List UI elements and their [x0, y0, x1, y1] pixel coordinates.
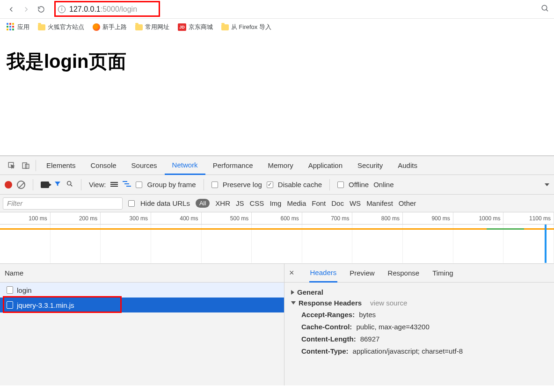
- tab-timing[interactable]: Timing: [431, 264, 454, 283]
- view-label: View:: [89, 181, 106, 189]
- section-response-headers[interactable]: Response Headersview source: [291, 299, 547, 307]
- name-column-header[interactable]: Name: [0, 264, 284, 283]
- waterfall-bar: [487, 228, 524, 230]
- tab-sources[interactable]: Sources: [124, 156, 165, 175]
- header-row: Accept-Ranges: bytes: [301, 311, 547, 319]
- document-icon: [7, 301, 13, 309]
- inspect-icon[interactable]: [5, 159, 19, 173]
- header-row: Content-Type: application/javascript; ch…: [301, 347, 547, 356]
- svg-point-0: [542, 5, 547, 10]
- bookmark-item[interactable]: JD京东商城: [178, 23, 213, 31]
- filter-js[interactable]: JS: [236, 199, 244, 207]
- offline-label: Offline: [349, 181, 369, 189]
- bookmark-item[interactable]: 从 Firefox 导入: [221, 23, 271, 31]
- device-icon[interactable]: [19, 159, 33, 173]
- page-content: 我是login页面: [0, 36, 554, 155]
- filter-font[interactable]: Font: [312, 199, 326, 207]
- close-details-button[interactable]: ×: [289, 268, 294, 278]
- request-row-login[interactable]: login: [0, 283, 284, 298]
- waterfall-load-line: [545, 225, 547, 263]
- devtools-panel: Elements Console Sources Network Perform…: [0, 155, 554, 385]
- filter-xhr[interactable]: XHR: [215, 199, 230, 207]
- folder-icon: [38, 24, 45, 30]
- detail-tabs: × Headers Preview Response Timing: [284, 264, 554, 283]
- preserve-log-checkbox[interactable]: [211, 181, 218, 188]
- reload-button[interactable]: [35, 3, 48, 16]
- bookmark-item[interactable]: 常用网址: [135, 23, 169, 31]
- clear-button[interactable]: [17, 181, 25, 189]
- request-name: login: [17, 286, 32, 294]
- headers-body: General Response Headersview source Acce…: [284, 283, 554, 385]
- bookmark-item[interactable]: 火狐官方站点: [38, 23, 84, 31]
- waterfall-overview[interactable]: 100 ms 200 ms 300 ms 400 ms 500 ms 600 m…: [0, 212, 554, 264]
- dropdown-icon[interactable]: [545, 183, 549, 186]
- record-button[interactable]: [5, 181, 12, 189]
- tab-security[interactable]: Security: [350, 156, 390, 175]
- filter-manifest[interactable]: Manifest: [366, 199, 393, 207]
- waterfall-toggle-icon[interactable]: [123, 181, 131, 189]
- filter-doc[interactable]: Doc: [331, 199, 344, 207]
- tab-console[interactable]: Console: [83, 156, 124, 175]
- header-row: Content-Length: 86927: [301, 335, 547, 343]
- tab-application[interactable]: Application: [301, 156, 350, 175]
- tab-audits[interactable]: Audits: [390, 156, 425, 175]
- filter-all[interactable]: All: [196, 199, 210, 208]
- filter-ws[interactable]: WS: [350, 199, 361, 207]
- address-bar[interactable]: i 127.0.0.1:5000/login: [54, 2, 538, 16]
- disable-cache-checkbox[interactable]: [267, 181, 273, 188]
- request-row-jquery[interactable]: jquery-3.3.1.min.js: [0, 298, 284, 312]
- filter-icon[interactable]: [54, 180, 61, 189]
- devtools-tabs: Elements Console Sources Network Perform…: [0, 156, 554, 175]
- page-heading: 我是login页面: [7, 49, 547, 74]
- header-row: Cache-Control: public, max-age=43200: [301, 323, 547, 331]
- back-button[interactable]: [5, 3, 18, 16]
- firefox-icon: [93, 23, 100, 31]
- section-general[interactable]: General: [291, 288, 547, 296]
- tab-response[interactable]: Response: [387, 264, 421, 283]
- jd-icon: JD: [178, 23, 186, 31]
- network-controls: View: Group by frame Preserve log Disabl…: [0, 175, 554, 195]
- large-rows-icon[interactable]: [110, 182, 118, 188]
- folder-icon: [135, 24, 143, 30]
- filter-css[interactable]: CSS: [250, 199, 264, 207]
- apps-icon: [7, 23, 15, 31]
- zoom-icon[interactable]: [541, 4, 549, 14]
- filter-input[interactable]: Filter: [3, 197, 123, 210]
- svg-rect-2: [22, 163, 27, 168]
- url-path: :5000/login: [101, 5, 137, 13]
- filter-other[interactable]: Other: [399, 199, 416, 207]
- svg-rect-6: [124, 183, 129, 184]
- request-name: jquery-3.3.1.min.js: [17, 301, 74, 309]
- tab-headers[interactable]: Headers: [309, 264, 338, 283]
- search-icon[interactable]: [66, 180, 73, 189]
- bookmark-item[interactable]: 新手上路: [93, 23, 127, 31]
- tab-preview[interactable]: Preview: [349, 264, 375, 283]
- tab-elements[interactable]: Elements: [39, 156, 83, 175]
- site-info-icon[interactable]: i: [58, 6, 66, 13]
- network-panes: Name login jquery-3.3.1.min.js × Headers…: [0, 264, 554, 385]
- view-source-link[interactable]: view source: [370, 299, 407, 307]
- svg-point-4: [67, 181, 71, 185]
- hide-data-urls-checkbox[interactable]: [128, 200, 135, 207]
- expand-icon: [291, 301, 296, 305]
- group-frame-checkbox[interactable]: [136, 181, 142, 188]
- tab-memory[interactable]: Memory: [261, 156, 301, 175]
- filter-bar: Filter Hide data URLs All XHR JS CSS Img…: [0, 195, 554, 212]
- disable-cache-label: Disable cache: [278, 181, 322, 189]
- tab-network[interactable]: Network: [165, 156, 205, 175]
- apps-label: 应用: [17, 23, 29, 31]
- collapse-icon: [291, 290, 294, 295]
- waterfall-ruler: 100 ms 200 ms 300 ms 400 ms 500 ms 600 m…: [0, 212, 554, 225]
- apps-button[interactable]: 应用: [7, 23, 29, 31]
- filter-img[interactable]: Img: [270, 199, 281, 207]
- group-frame-label: Group by frame: [147, 181, 196, 189]
- request-details: × Headers Preview Response Timing Genera…: [284, 264, 554, 385]
- tab-performance[interactable]: Performance: [205, 156, 261, 175]
- svg-rect-5: [123, 181, 127, 182]
- request-list: Name login jquery-3.3.1.min.js: [0, 264, 284, 385]
- forward-button[interactable]: [20, 3, 33, 16]
- screenshot-icon[interactable]: [41, 181, 49, 188]
- throttling-select[interactable]: Online: [373, 181, 394, 189]
- offline-checkbox[interactable]: [337, 181, 344, 188]
- filter-media[interactable]: Media: [287, 199, 306, 207]
